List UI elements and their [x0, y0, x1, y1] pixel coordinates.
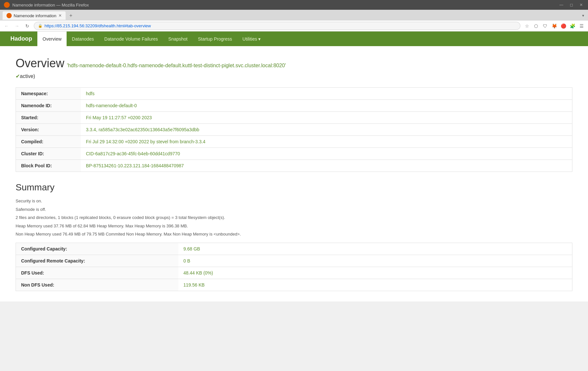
- table-label: Block Pool ID:: [16, 160, 81, 172]
- summary-title: Summary: [16, 182, 572, 193]
- nav-utilities[interactable]: Utilities ▾: [237, 32, 266, 46]
- active-tab[interactable]: Namenode information ✕: [3, 11, 66, 20]
- extension2-icon[interactable]: 🔴: [559, 22, 567, 30]
- forward-button[interactable]: →: [13, 22, 21, 30]
- table-row: Block Pool ID: BP-875134261-10.223.121.1…: [16, 160, 572, 172]
- table-label: Started:: [16, 112, 81, 124]
- summary-text-4: Non Heap Memory used 76.49 MB of 79.75 M…: [16, 231, 572, 237]
- pocket-icon[interactable]: ⬡: [532, 22, 540, 30]
- back-button[interactable]: ←: [3, 22, 10, 30]
- table-row: Cluster ID: CID-6a817c29-ac36-45fc-b4eb-…: [16, 148, 572, 160]
- overview-heading: Overview 'hdfs-namenode-default-0.hdfs-n…: [16, 57, 572, 70]
- table-row: Version: 3.3.4, ra585a73c3e02ac62350c136…: [16, 124, 572, 136]
- hadoop-nav: Hadoop Overview Datanodes Datanode Volum…: [0, 32, 588, 46]
- close-button[interactable]: ✕: [578, 3, 584, 7]
- summary-text-2: 2 files and directories, 1 blocks (1 rep…: [16, 214, 572, 221]
- nav-snapshot[interactable]: Snapshot: [163, 32, 193, 46]
- lock-icon: 🔒: [38, 24, 43, 28]
- table-value: hdfs-namenode-default-0: [81, 100, 572, 112]
- summary-text-3: Heap Memory used 37.76 MB of 62.84 MB He…: [16, 223, 572, 229]
- table-row: Non DFS Used: 119.56 KB: [16, 279, 572, 291]
- tab-dropdown-button[interactable]: ▾: [581, 12, 585, 19]
- window-controls: — ◻ ✕: [558, 3, 584, 7]
- refresh-button[interactable]: ↻: [23, 22, 31, 30]
- active-checkmark: ✔: [16, 73, 20, 79]
- table-row: Namespace: hdfs: [16, 88, 572, 100]
- url-text: https://85.215.194.56:32209/dfshealth.ht…: [45, 23, 151, 28]
- shield-icon[interactable]: 🛡: [541, 22, 549, 30]
- table-row: Namenode ID: hdfs-namenode-default-0: [16, 100, 572, 112]
- summary-table: Configured Capacity: 9.68 GB Configured …: [16, 243, 572, 291]
- address-bar: ← → ↻ 🔒 https://85.215.194.56:32209/dfsh…: [0, 20, 588, 32]
- bookmark-icon[interactable]: ☆: [523, 22, 531, 30]
- url-input[interactable]: 🔒 https://85.215.194.56:32209/dfshealth.…: [34, 22, 520, 30]
- table-value: 119.56 KB: [178, 279, 572, 291]
- utilities-dropdown-icon: ▾: [258, 36, 261, 42]
- overview-title-text: Overview: [16, 57, 64, 70]
- overview-section: Overview 'hdfs-namenode-default-0.hdfs-n…: [16, 57, 572, 80]
- title-bar: Namenode information — Mozilla Firefox —…: [0, 0, 588, 10]
- table-row: Started: Fri May 19 11:27:57 +0200 2023: [16, 112, 572, 124]
- table-label: Version:: [16, 124, 81, 136]
- table-value: hdfs: [81, 88, 572, 100]
- hadoop-brand[interactable]: Hadoop: [5, 32, 37, 46]
- tab-favicon: [6, 13, 12, 18]
- overview-hostname-text: 'hdfs-namenode-default-0.hdfs-namenode-d…: [67, 63, 286, 69]
- firefox-logo-icon: [4, 2, 10, 8]
- table-row: Configured Capacity: 9.68 GB: [16, 243, 572, 255]
- nav-overview[interactable]: Overview: [37, 32, 67, 46]
- table-value: Fri May 19 11:27:57 +0200 2023: [81, 112, 572, 124]
- table-label: Configured Remote Capacity:: [16, 255, 178, 267]
- overview-subtitle: ✔active): [16, 73, 572, 80]
- nav-datanode-volume-failures[interactable]: Datanode Volume Failures: [99, 32, 163, 46]
- minimize-button[interactable]: —: [558, 3, 565, 7]
- table-row: DFS Used: 48.44 KB (0%): [16, 267, 572, 279]
- new-tab-button[interactable]: +: [67, 11, 75, 20]
- tab-bar: Namenode information ✕ + ▾: [0, 10, 588, 20]
- table-value: 48.44 KB (0%): [178, 267, 572, 279]
- restore-button[interactable]: ◻: [569, 3, 574, 7]
- tab-label: Namenode information: [14, 13, 57, 18]
- table-label: Cluster ID:: [16, 148, 81, 160]
- overview-info-table: Namespace: hdfs Namenode ID: hdfs-nameno…: [16, 87, 572, 172]
- table-value: Fri Jul 29 14:32:00 +0200 2022 by stevel…: [81, 136, 572, 148]
- nav-startup-progress[interactable]: Startup Progress: [193, 32, 237, 46]
- browser-chrome: Namenode information — Mozilla Firefox —…: [0, 0, 588, 301]
- page-content: Overview 'hdfs-namenode-default-0.hdfs-n…: [0, 46, 588, 301]
- extension-icon[interactable]: 🦊: [550, 22, 558, 30]
- table-label: Namenode ID:: [16, 100, 81, 112]
- table-row: Configured Remote Capacity: 0 B: [16, 255, 572, 267]
- table-label: DFS Used:: [16, 267, 178, 279]
- extensions-button[interactable]: 🧩: [569, 22, 576, 30]
- table-row: Compiled: Fri Jul 29 14:32:00 +0200 2022…: [16, 136, 572, 148]
- table-value: 0 B: [178, 255, 572, 267]
- table-value: 9.68 GB: [178, 243, 572, 255]
- menu-button[interactable]: ☰: [578, 22, 585, 30]
- table-label: Configured Capacity:: [16, 243, 178, 255]
- table-value: 3.3.4, ra585a73c3e02ac62350c136643a5e7f6…: [81, 124, 572, 136]
- table-label: Non DFS Used:: [16, 279, 178, 291]
- summary-text-1: Safemode is off.: [16, 206, 572, 213]
- table-value: BP-875134261-10.223.121.184-168448847098…: [81, 160, 572, 172]
- summary-text-0: Security is on.: [16, 198, 572, 204]
- active-label: active): [20, 73, 35, 79]
- tab-close-button[interactable]: ✕: [58, 13, 62, 18]
- nav-datanodes[interactable]: Datanodes: [67, 32, 99, 46]
- browser-toolbar: ☆ ⬡ 🛡 🦊 🔴 🧩 ☰: [523, 22, 585, 30]
- table-value: CID-6a817c29-ac36-45fc-b4eb-60dd41cd9770: [81, 148, 572, 160]
- table-label: Namespace:: [16, 88, 81, 100]
- table-label: Compiled:: [16, 136, 81, 148]
- window-title: Namenode information — Mozilla Firefox: [12, 3, 89, 7]
